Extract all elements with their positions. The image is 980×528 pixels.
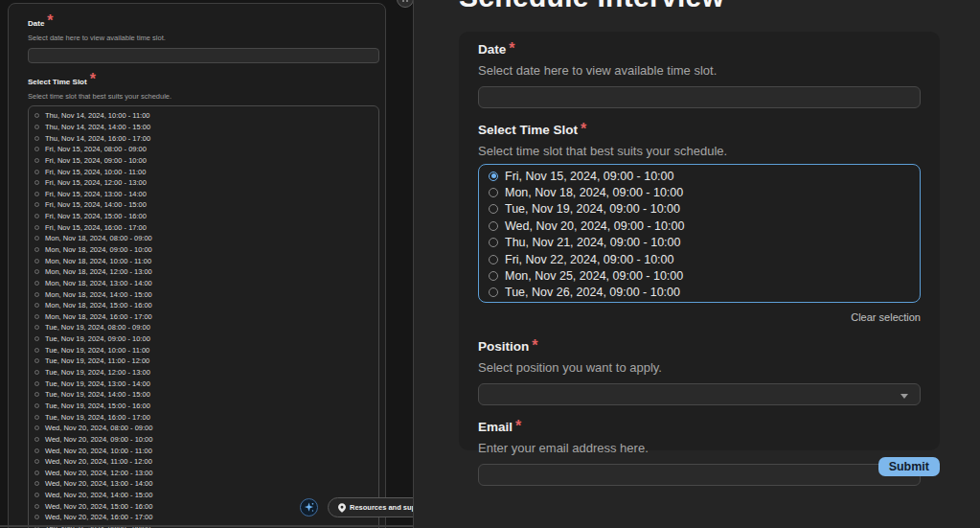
option-label: Mon, Nov 18, 2024, 14:00 - 15:00: [45, 290, 152, 299]
option-label: Thu, Nov 21, 2024, 09:00 - 10:00: [505, 236, 680, 249]
preview-time-slot-option[interactable]: Wed, Nov 20, 2024, 11:00 - 12:00: [34, 456, 378, 468]
preview-time-slot-option[interactable]: Wed, Nov 20, 2024, 13:00 - 14:00: [34, 478, 378, 490]
preview-time-slot-option[interactable]: Thu, Nov 14, 2024, 14:00 - 15:00: [34, 122, 378, 133]
preview-time-slot-option[interactable]: Mon, Nov 18, 2024, 15:00 - 16:00: [34, 300, 378, 311]
position-select[interactable]: [478, 383, 921, 405]
option-label: Tue, Nov 19, 2024, 10:00 - 11:00: [45, 346, 149, 355]
preview-date-helper: Select date here to view available time …: [28, 34, 377, 42]
bottom-divider: [0, 525, 413, 527]
main-time-slot-option[interactable]: Mon, Nov 25, 2024, 09:00 - 10:00: [479, 267, 920, 284]
preview-date-input[interactable]: [28, 48, 379, 63]
preview-time-slot-listbox: Thu, Nov 14, 2024, 10:00 - 11:00 Thu, No…: [28, 105, 379, 528]
preview-time-slot-option[interactable]: Tue, Nov 19, 2024, 09:00 - 10:00: [34, 333, 378, 345]
radio-icon: [489, 287, 498, 297]
preview-time-slot-option[interactable]: Tue, Nov 19, 2024, 08:00 - 09:00: [34, 322, 378, 333]
preview-time-slot-option[interactable]: Tue, Nov 19, 2024, 10:00 - 11:00: [34, 344, 378, 356]
required-asterisk: *: [581, 121, 586, 137]
preview-time-slot-option[interactable]: Thu, Nov 14, 2024, 10:00 - 11:00: [34, 110, 378, 122]
preview-time-slot-option[interactable]: Wed, Nov 20, 2024, 12:00 - 13:00: [34, 468, 378, 479]
preview-time-slot-option[interactable]: Mon, Nov 18, 2024, 08:00 - 09:00: [34, 233, 378, 244]
preview-time-slot-option[interactable]: Mon, Nov 18, 2024, 10:00 - 11:00: [34, 255, 378, 266]
preview-time-slot-option[interactable]: Fri, Nov 15, 2024, 15:00 - 16:00: [34, 211, 378, 222]
main-time-slot-option[interactable]: Tue, Nov 19, 2024, 09:00 - 10:00: [479, 201, 920, 218]
preview-time-slot-option[interactable]: Tue, Nov 19, 2024, 11:00 - 12:00: [34, 356, 378, 367]
option-label: Wed, Nov 20, 2024, 08:00 - 09:00: [45, 424, 152, 432]
page-title: Schedule Interview: [459, 0, 724, 13]
main-time-slot-option[interactable]: Fri, Nov 22, 2024, 09:00 - 10:00: [479, 251, 920, 267]
preview-time-slot-option[interactable]: Mon, Nov 18, 2024, 12:00 - 13:00: [34, 266, 378, 278]
radio-icon: [34, 336, 39, 341]
radio-icon: [34, 325, 39, 330]
main-time-slot-option[interactable]: Wed, Nov 20, 2024, 09:00 - 10:00: [479, 218, 920, 234]
preview-time-slot-option[interactable]: Fri, Nov 15, 2024, 12:00 - 13:00: [34, 177, 378, 189]
radio-icon: [34, 448, 39, 453]
radio-icon: [489, 255, 498, 264]
email-label-row: Email*: [478, 418, 921, 435]
option-label: Tue, Nov 19, 2024, 15:00 - 16:00: [45, 402, 150, 410]
main-time-slot-option[interactable]: Thu, Nov 21, 2024, 09:00 - 10:00: [479, 235, 920, 251]
radio-icon: [34, 437, 39, 442]
radio-icon: [34, 392, 39, 397]
ai-assist-button[interactable]: [300, 498, 318, 517]
main-time-slot-option[interactable]: Tue, Nov 26, 2024, 09:00 - 10:00: [479, 285, 920, 301]
radio-icon: [34, 247, 39, 252]
sparkle-icon: [304, 502, 314, 513]
preview-timeslot-helper: Select time slot that best suits your sc…: [28, 92, 377, 101]
option-label: Wed, Nov 20, 2024, 14:00 - 15:00: [45, 491, 152, 499]
option-label: Wed, Nov 20, 2024, 11:00 - 12:00: [45, 457, 152, 466]
option-label: Wed, Nov 20, 2024, 09:00 - 10:00: [45, 435, 152, 444]
preview-time-slot-option[interactable]: Wed, Nov 20, 2024, 14:00 - 15:00: [34, 490, 378, 501]
option-label: Mon, Nov 25, 2024, 09:00 - 10:00: [505, 269, 683, 283]
radio-icon: [34, 403, 39, 408]
required-asterisk: *: [532, 337, 537, 354]
radio-icon: [34, 192, 39, 196]
date-helper: Select date here to view available time …: [478, 63, 921, 78]
option-label: Tue, Nov 26, 2024, 09:00 - 10:00: [505, 286, 680, 299]
preview-time-slot-option[interactable]: Wed, Nov 20, 2024, 10:00 - 11:00: [34, 445, 378, 456]
preview-time-slot-option[interactable]: Tue, Nov 19, 2024, 12:00 - 13:00: [34, 367, 378, 379]
option-label: Tue, Nov 19, 2024, 08:00 - 09:00: [45, 323, 150, 332]
preview-time-slot-option[interactable]: Fri, Nov 15, 2024, 08:00 - 09:00: [34, 144, 378, 155]
preview-time-slot-option[interactable]: Fri, Nov 15, 2024, 16:00 - 17:00: [34, 221, 378, 233]
radio-icon: [34, 202, 39, 207]
preview-time-slot-option[interactable]: Thu, Nov 14, 2024, 16:00 - 17:00: [34, 132, 378, 144]
preview-time-slot-option[interactable]: Fri, Nov 15, 2024, 14:00 - 15:00: [34, 199, 378, 211]
main-time-slot-option[interactable]: Fri, Nov 15, 2024, 09:00 - 10:00: [479, 168, 920, 184]
preview-time-slot-option[interactable]: Fri, Nov 15, 2024, 10:00 - 11:00: [34, 166, 378, 177]
preview-time-slot-option[interactable]: Mon, Nov 18, 2024, 16:00 - 17:00: [34, 311, 378, 323]
option-label: Tue, Nov 19, 2024, 16:00 - 17:00: [45, 413, 150, 422]
preview-time-slot-option[interactable]: Tue, Nov 19, 2024, 15:00 - 16:00: [34, 401, 378, 412]
clear-selection-link[interactable]: Clear selection: [851, 311, 921, 323]
option-label: Thu, Nov 14, 2024, 14:00 - 15:00: [45, 123, 150, 131]
preview-time-slot-option[interactable]: Fri, Nov 15, 2024, 09:00 - 10:00: [34, 155, 378, 167]
radio-icon: [34, 158, 39, 163]
preview-timeslot-label-row: Select Time Slot*: [28, 71, 377, 88]
radio-icon: [34, 504, 39, 509]
preview-time-slot-option[interactable]: Wed, Nov 20, 2024, 16:00 - 17:00: [34, 512, 378, 523]
required-asterisk: *: [90, 71, 96, 87]
preview-time-slot-option[interactable]: Fri, Nov 15, 2024, 13:00 - 14:00: [34, 188, 378, 199]
preview-time-slot-option[interactable]: Mon, Nov 18, 2024, 13:00 - 14:00: [34, 278, 378, 289]
preview-time-slot-option[interactable]: Wed, Nov 20, 2024, 08:00 - 09:00: [34, 423, 378, 434]
timeslot-helper: Select time slot that best suits your sc…: [478, 144, 921, 158]
option-label: Fri, Nov 15, 2024, 09:00 - 10:00: [505, 170, 674, 183]
preview-region: Date* Select date here to view available…: [0, 0, 413, 528]
preview-time-slot-option[interactable]: Tue, Nov 19, 2024, 14:00 - 15:00: [34, 389, 378, 401]
preview-time-slot-option[interactable]: Tue, Nov 19, 2024, 13:00 - 14:00: [34, 378, 378, 389]
preview-time-slot-option[interactable]: Mon, Nov 18, 2024, 14:00 - 15:00: [34, 288, 378, 300]
spacer: [28, 63, 377, 71]
preview-date-label: Date: [28, 19, 44, 28]
preview-time-slot-option[interactable]: Tue, Nov 19, 2024, 16:00 - 17:00: [34, 411, 378, 423]
option-label: Mon, Nov 18, 2024, 16:00 - 17:00: [45, 312, 152, 321]
radio-icon: [34, 358, 39, 363]
option-label: Wed, Nov 20, 2024, 16:00 - 17:00: [45, 513, 152, 521]
badge-dots-icon: [401, 0, 409, 3]
radio-icon: [34, 225, 39, 230]
radio-icon: [34, 493, 39, 497]
submit-button[interactable]: Submit: [878, 457, 940, 476]
preview-time-slot-option[interactable]: Mon, Nov 18, 2024, 09:00 - 10:00: [34, 244, 378, 256]
preview-time-slot-option[interactable]: Wed, Nov 20, 2024, 09:00 - 10:00: [34, 434, 378, 446]
date-input[interactable]: [478, 86, 921, 108]
main-time-slot-option[interactable]: Mon, Nov 18, 2024, 09:00 - 10:00: [479, 184, 920, 200]
option-label: Tue, Nov 19, 2024, 09:00 - 10:00: [505, 202, 680, 216]
